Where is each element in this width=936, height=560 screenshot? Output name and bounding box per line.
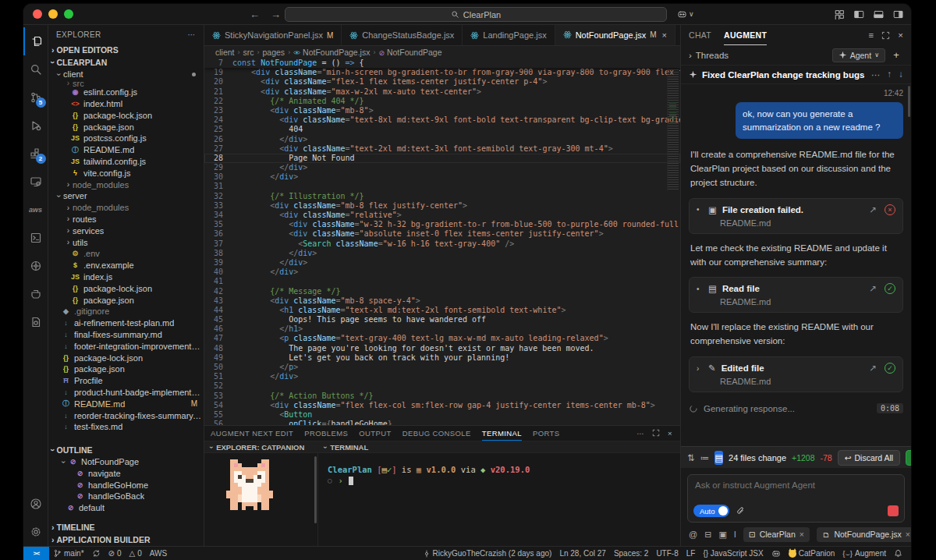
tree-item-package-lock-json[interactable]: {}package-lock.json bbox=[48, 282, 204, 294]
panel-tab-augment-next-edit[interactable]: AUGMENT NEXT EDIT bbox=[211, 426, 293, 441]
new-thread-button[interactable]: + bbox=[889, 48, 903, 62]
close-tab-icon[interactable]: × bbox=[662, 30, 667, 40]
open-external-icon[interactable]: ↗ bbox=[869, 283, 877, 294]
tree-item-src[interactable]: ›src bbox=[48, 80, 204, 87]
scroll-down-icon[interactable]: ↓ bbox=[899, 69, 903, 80]
back-icon[interactable]: ← bbox=[250, 9, 260, 20]
tree-item-node-modules[interactable]: ›node_modules bbox=[48, 202, 204, 214]
code-line-20[interactable]: 20 <div className="flex-1 flex items-cen… bbox=[204, 77, 680, 87]
editor-tab-stickynavigationpanel.jsx[interactable]: StickyNavigationPanel.jsxM bbox=[204, 25, 342, 45]
tree-item-utils[interactable]: ›utils bbox=[48, 236, 204, 248]
forward-icon[interactable]: → bbox=[271, 9, 281, 20]
project-section[interactable]: ›CLEARPLAN bbox=[48, 56, 204, 69]
tab-augment[interactable]: AUGMENT bbox=[724, 25, 767, 45]
tree-item-test-fixes-md[interactable]: ↓test-fixes.md bbox=[48, 421, 204, 433]
refresh-icon[interactable]: ⇅ bbox=[687, 452, 695, 463]
stop-button[interactable] bbox=[888, 505, 899, 516]
tree-item-handlegohome[interactable]: ⊘handleGoHome bbox=[48, 479, 204, 491]
code-line-49[interactable]: 49 Let's get you back on track with your… bbox=[204, 353, 680, 363]
status-item-lf[interactable]: LF bbox=[682, 547, 700, 560]
changes-list-icon[interactable]: ≔ bbox=[700, 452, 710, 463]
breadcrumb-item[interactable]: ⊘ NotFoundPage bbox=[378, 48, 441, 57]
tree-item-readme-md[interactable]: ⓘREADME.mdM bbox=[48, 398, 204, 409]
terminal[interactable]: ClearPlan [▤✓] is ▦ v1.0.0 via ◆ v20.19.… bbox=[318, 453, 680, 546]
error-status-item[interactable]: ⊘0 bbox=[105, 547, 126, 560]
discard-all-button[interactable]: ↩Discard All bbox=[838, 450, 900, 466]
close-panel-icon[interactable]: × bbox=[668, 429, 672, 438]
tree-item-procfile[interactable]: ĦProcfile bbox=[48, 375, 204, 387]
text-cursor-icon[interactable]: I bbox=[734, 530, 736, 539]
app-builder-file-icon[interactable] bbox=[23, 308, 48, 336]
code-editor[interactable]: 7const NotFoundPage = () => {19 <div cla… bbox=[204, 58, 680, 425]
tree-item-client[interactable]: ›client bbox=[48, 69, 204, 80]
code-line-51[interactable]: 51 </div> bbox=[204, 372, 680, 381]
tree-item-package-lock-json[interactable]: {}package-lock.json bbox=[48, 109, 204, 121]
tree-item-index-html[interactable]: <>index.html bbox=[48, 98, 204, 110]
warning-status-item[interactable]: △0 bbox=[126, 547, 146, 560]
minimap[interactable] bbox=[667, 60, 679, 191]
tree-item-reorder-tracking-fixes-summary-md[interactable]: ↓reorder-tracking-fixes-summary.md bbox=[48, 409, 204, 421]
image-icon[interactable]: ▣ bbox=[718, 530, 726, 540]
tree-item-vite-config-js[interactable]: ϟvite.config.js bbox=[48, 167, 204, 179]
code-line-55[interactable]: 55 <Button bbox=[204, 410, 680, 420]
branch-status-item[interactable]: main* bbox=[49, 547, 88, 560]
code-line-31[interactable]: 31 bbox=[204, 182, 680, 191]
catpanion-scrollbar[interactable] bbox=[314, 456, 317, 523]
tree-item-node-modules[interactable]: ›node_modules bbox=[48, 179, 204, 190]
command-center-search[interactable]: ClearPlan bbox=[285, 7, 667, 22]
source-control-icon[interactable]: 5 bbox=[23, 83, 48, 112]
terminal-view-icon[interactable] bbox=[23, 224, 48, 252]
cat-status-item[interactable]: CatPanion bbox=[785, 547, 839, 560]
tree-item-server[interactable]: ›server bbox=[48, 190, 204, 202]
tree-item-product-hunt-badge-implementation-su-[interactable]: ↓product-hunt-badge-implementation-su... bbox=[48, 387, 204, 399]
breadcrumb[interactable]: client›src›pages› NotFoundPage.jsx›⊘ Not… bbox=[204, 46, 680, 58]
code-line-43[interactable]: 43 <div className="mb-8 space-y-4"> bbox=[204, 296, 680, 306]
code-line-19[interactable]: 19 <div className="min-h-screen bg-gradi… bbox=[204, 68, 680, 77]
tree-item-handlegoback[interactable]: ⊘handleGoBack bbox=[48, 491, 204, 502]
maximize-window-button[interactable] bbox=[64, 9, 73, 19]
run-debug-icon[interactable] bbox=[23, 112, 48, 140]
commit-status-item[interactable]: RickyGuoTheCrazish (2 days ago) bbox=[419, 547, 556, 560]
code-line-46[interactable]: 46 </h1> bbox=[204, 324, 680, 334]
status-item-ln-28-col-27[interactable]: Ln 28, Col 27 bbox=[555, 547, 610, 560]
chat-messages[interactable]: 12:42 ok, now can you generate a summari… bbox=[681, 84, 911, 446]
code-line-39[interactable]: 39 </div> bbox=[204, 258, 680, 268]
application-builder-section[interactable]: ›APPLICATION BUILDER bbox=[48, 533, 204, 546]
tree-item-package-json[interactable]: {}package.json bbox=[48, 121, 204, 133]
code-line-36[interactable]: 36 <div className="absolute inset-0 flex… bbox=[204, 229, 680, 239]
robot-status-item[interactable] bbox=[768, 547, 785, 560]
code-line-50[interactable]: 50 </p> bbox=[204, 363, 680, 372]
tree-item-notfoundpage[interactable]: ›⊘NotFoundPage bbox=[48, 456, 204, 468]
account-icon[interactable] bbox=[23, 490, 48, 518]
panel-tab-terminal[interactable]: TERMINAL bbox=[482, 426, 522, 441]
kubernetes-icon[interactable] bbox=[23, 252, 48, 280]
settings-icon[interactable] bbox=[23, 518, 48, 546]
editor-tab-changestatusbadge.jsx[interactable]: ChangeStatusBadge.jsx bbox=[342, 25, 463, 45]
tree-item-navigate[interactable]: ⊘navigate bbox=[48, 468, 204, 480]
outline-section[interactable]: ›OUTLINE bbox=[48, 444, 204, 456]
docker-icon[interactable] bbox=[23, 280, 48, 308]
status-item-utf-8[interactable]: UTF-8 bbox=[652, 547, 682, 560]
search-icon[interactable] bbox=[23, 55, 48, 83]
expand-icon[interactable] bbox=[881, 31, 890, 40]
code-line-38[interactable]: 38 </div> bbox=[204, 249, 680, 258]
code-line-25[interactable]: 25 404 bbox=[204, 125, 680, 134]
tree-item--env-example[interactable]: $.env.example bbox=[48, 260, 204, 271]
tree-item--env[interactable]: ⚙.env bbox=[48, 248, 204, 260]
scroll-up-icon[interactable]: ↑ bbox=[888, 69, 892, 80]
code-line-32[interactable]: 32 {/* Illustration */} bbox=[204, 192, 680, 201]
breadcrumb-item[interactable]: NotFoundPage.jsx bbox=[293, 48, 370, 57]
code-line-28[interactable]: 28 Page Not Found bbox=[204, 154, 680, 163]
breadcrumb-item[interactable]: client bbox=[215, 48, 235, 57]
tree-item-default[interactable]: ⊘default bbox=[48, 502, 204, 514]
panel-tab-problems[interactable]: PROBLEMS bbox=[304, 426, 348, 441]
code-line-44[interactable]: 44 <h1 className="text-xl md:text-2xl fo… bbox=[204, 306, 680, 315]
tree-item-routes[interactable]: ›routes bbox=[48, 214, 204, 225]
explorer-icon[interactable] bbox=[23, 27, 48, 55]
code-line-35[interactable]: 35 <div className="w-32 h-32 bg-gradient… bbox=[204, 220, 680, 229]
archive-icon[interactable]: ⊟ bbox=[704, 530, 711, 540]
changed-files-icon[interactable]: ▤ bbox=[714, 451, 723, 465]
open-external-icon[interactable]: ↗ bbox=[869, 204, 877, 215]
open-external-icon[interactable]: ↗ bbox=[869, 363, 877, 374]
breadcrumb-item[interactable]: pages bbox=[263, 48, 285, 57]
